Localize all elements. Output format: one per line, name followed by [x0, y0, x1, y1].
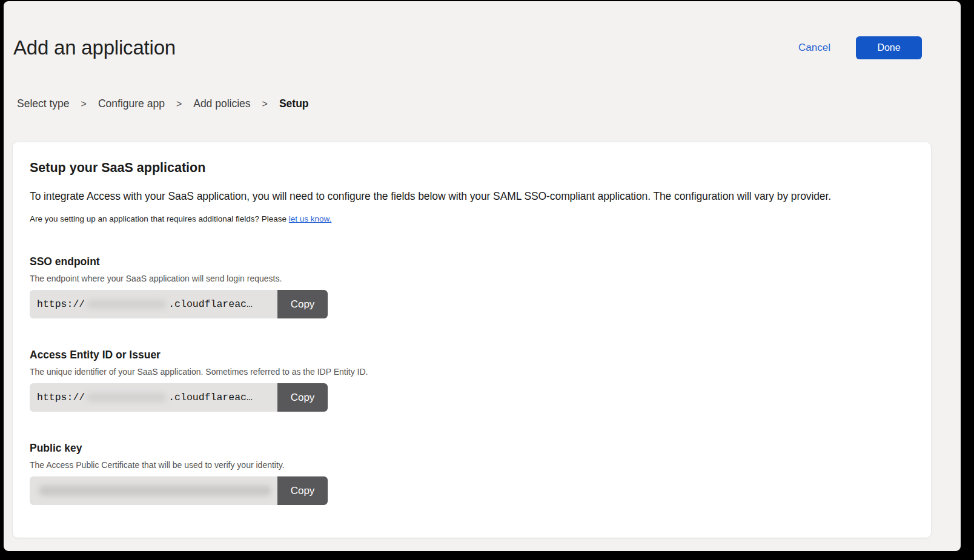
copy-button[interactable]: Copy — [277, 476, 328, 505]
field-description: The Access Public Certificate that will … — [30, 460, 914, 470]
copy-button[interactable]: Copy — [277, 383, 328, 412]
redacted-text — [39, 486, 271, 496]
field-access-entity-id: Access Entity ID or Issuer The unique id… — [30, 349, 914, 412]
chevron-separator: > — [81, 99, 87, 110]
field-public-key: Public key The Access Public Certificate… — [30, 442, 914, 505]
cancel-button[interactable]: Cancel — [798, 42, 830, 54]
value-suffix: .cloudflareac… — [168, 298, 253, 310]
redacted-text — [87, 300, 167, 309]
entity-id-value: https:// .cloudflareac… — [30, 383, 277, 412]
card-heading: Setup your SaaS application — [30, 160, 914, 176]
additional-fields-note: Are you setting up an application that r… — [30, 214, 914, 223]
chevron-separator: > — [176, 99, 182, 110]
chevron-separator: > — [262, 99, 268, 110]
app-window: Add an application Cancel Done Select ty… — [4, 1, 961, 551]
done-button[interactable]: Done — [856, 36, 922, 59]
breadcrumb-step-add-policies[interactable]: Add policies — [193, 97, 250, 110]
entity-id-value-row: https:// .cloudflareac… Copy — [30, 383, 328, 412]
sso-endpoint-value-row: https:// .cloudflareac… Copy — [30, 290, 328, 318]
breadcrumb: Select type > Configure app > Add polici… — [4, 97, 961, 110]
field-label: SSO endpoint — [30, 255, 914, 268]
let-us-know-link[interactable]: let us know. — [289, 214, 332, 223]
value-suffix: .cloudflareac… — [168, 392, 253, 403]
breadcrumb-step-configure-app[interactable]: Configure app — [98, 97, 165, 110]
copy-button[interactable]: Copy — [277, 290, 328, 318]
field-description: The endpoint where your SaaS application… — [30, 274, 914, 283]
note-text: Are you setting up an application that r… — [30, 214, 289, 223]
value-prefix: https:// — [37, 298, 85, 310]
value-prefix: https:// — [37, 392, 85, 403]
setup-card: Setup your SaaS application To integrate… — [12, 142, 932, 538]
sso-endpoint-value: https:// .cloudflareac… — [30, 290, 277, 318]
breadcrumb-step-select-type[interactable]: Select type — [17, 97, 70, 110]
public-key-value-row: Copy — [30, 476, 328, 505]
intro-text: To integrate Access with your SaaS appli… — [30, 190, 914, 203]
field-label: Public key — [30, 442, 914, 455]
page-title: Add an application — [13, 36, 176, 59]
field-sso-endpoint: SSO endpoint The endpoint where your Saa… — [30, 255, 914, 318]
page-header: Add an application Cancel Done — [4, 1, 961, 59]
field-description: The unique identifier of your SaaS appli… — [30, 367, 914, 377]
header-actions: Cancel Done — [798, 36, 922, 59]
breadcrumb-step-setup: Setup — [279, 97, 309, 110]
public-key-value — [30, 476, 277, 505]
redacted-text — [87, 393, 167, 402]
field-label: Access Entity ID or Issuer — [30, 349, 914, 361]
